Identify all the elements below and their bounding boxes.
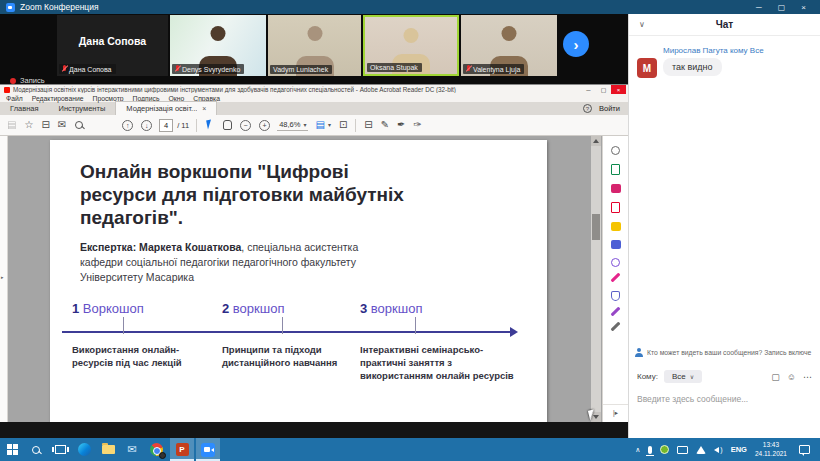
- timeline-item: 1 Воркошоп Використання онлайн-ресурсів …: [72, 301, 187, 316]
- request-signatures-icon[interactable]: [611, 258, 620, 267]
- vertical-scrollbar[interactable]: [591, 136, 601, 422]
- wifi-icon[interactable]: [696, 446, 706, 454]
- volume-icon[interactable]: [714, 446, 722, 453]
- left-panel-rail[interactable]: ▸: [0, 136, 8, 422]
- recording-indicator: Запись: [10, 76, 45, 85]
- participant-name-label: Valentyna Ljuja: [463, 64, 524, 74]
- zoom-level-select[interactable]: 48,6% ▾: [277, 119, 308, 131]
- close-button[interactable]: ×: [801, 3, 806, 12]
- more-options-icon[interactable]: ⋯: [803, 372, 812, 382]
- organize-pages-icon[interactable]: [611, 240, 621, 249]
- comment-tool-icon[interactable]: [611, 222, 621, 231]
- next-participants-button[interactable]: ›: [563, 31, 589, 57]
- microphone-tray-icon[interactable]: [648, 446, 652, 454]
- attach-file-icon[interactable]: ▢: [771, 372, 780, 382]
- next-page-icon[interactable]: ↓: [141, 120, 152, 131]
- edge-icon: [78, 443, 91, 456]
- powerpoint-button[interactable]: P: [170, 438, 194, 461]
- favorites-star-icon[interactable]: ☆: [24, 120, 33, 130]
- taskbar: ✉ P ∧ ENG 13:43 24.11.2021: [0, 438, 820, 461]
- participant-tile[interactable]: Valentyna Ljuja: [461, 15, 557, 76]
- combine-files-icon[interactable]: [611, 184, 621, 193]
- antivirus-tray-icon[interactable]: [660, 445, 669, 454]
- zoom-taskbar-button[interactable]: [196, 438, 220, 461]
- task-view-button[interactable]: [48, 438, 72, 461]
- hand-tool-icon[interactable]: [223, 120, 232, 130]
- system-tray: ∧ ENG 13:43 24.11.2021: [635, 441, 820, 459]
- page-count-label: / 11: [177, 121, 189, 130]
- email-icon[interactable]: ✉: [58, 120, 66, 130]
- menu-item[interactable]: Редактирование: [32, 95, 84, 102]
- chat-message-bubble: так видно: [663, 58, 722, 76]
- participant-tile[interactable]: Denys Svyrydenko: [170, 15, 266, 76]
- sign-in-button[interactable]: Войти: [599, 104, 620, 113]
- mail-button[interactable]: ✉: [120, 438, 144, 461]
- help-icon[interactable]: ?: [583, 104, 592, 113]
- file-explorer-button[interactable]: [96, 438, 120, 461]
- action-center-icon[interactable]: [799, 445, 810, 454]
- collapse-chat-icon[interactable]: ∨: [639, 20, 645, 29]
- sign-pen-icon[interactable]: ✒: [397, 120, 405, 130]
- expand-panel-icon[interactable]: ▸: [1, 274, 4, 280]
- fill-sign-icon[interactable]: [611, 273, 621, 283]
- pencil-icon[interactable]: ✎: [381, 120, 389, 130]
- comment-icon[interactable]: ⊟: [364, 120, 372, 130]
- page-view-icon[interactable]: ▤: [315, 120, 324, 130]
- protect-icon[interactable]: [611, 291, 620, 301]
- participant-tile[interactable]: Oksana Stupak: [363, 15, 459, 76]
- more-tools-icon[interactable]: [611, 322, 621, 332]
- zoom-app-icon: [6, 3, 15, 12]
- save-icon[interactable]: ▤: [7, 120, 16, 130]
- timeline-tick: [282, 317, 283, 334]
- presentation-icon[interactable]: ⊡: [339, 120, 347, 130]
- task-view-icon: [55, 445, 66, 454]
- window-controls: ─ ▢ ×: [756, 3, 814, 12]
- previous-page-icon[interactable]: ↑: [122, 120, 133, 131]
- zoom-in-icon[interactable]: +: [259, 120, 270, 131]
- chat-title: Чат: [716, 19, 734, 30]
- close-tab-icon[interactable]: ×: [202, 105, 206, 112]
- certificates-icon[interactable]: [611, 307, 621, 317]
- zoom-out-icon[interactable]: −: [240, 120, 251, 131]
- tab-tools[interactable]: Инструменты: [49, 102, 116, 115]
- participant-tile[interactable]: Vadym Luniachek: [268, 15, 361, 76]
- create-pdf-icon[interactable]: [611, 164, 620, 175]
- minimize-button[interactable]: ─: [756, 3, 762, 12]
- recipient-select[interactable]: Все ∨: [664, 370, 702, 383]
- select-tool-icon[interactable]: [205, 120, 215, 131]
- page-number-input[interactable]: 4: [159, 119, 173, 132]
- page-view-dropdown-icon[interactable]: ▾: [328, 122, 331, 128]
- participant-tile[interactable]: Дана Сопова Дана Сопова: [57, 15, 168, 76]
- search-icon: [31, 445, 41, 455]
- print-icon[interactable]: ⊟: [41, 120, 49, 130]
- edge-taskbar-button[interactable]: [72, 438, 96, 461]
- touch-keyboard-icon[interactable]: [677, 446, 688, 454]
- timeline-item: 2 воркшоп Принципи та підходи дистанційн…: [222, 301, 347, 316]
- maximize-button[interactable]: ▢: [778, 3, 786, 12]
- date-label: 24.11.2021: [755, 450, 787, 459]
- scroll-up-icon[interactable]: [591, 136, 601, 146]
- chrome-button[interactable]: [144, 438, 168, 461]
- emoji-icon[interactable]: ☺: [787, 372, 796, 382]
- menu-item[interactable]: Файл: [6, 95, 23, 102]
- timeline-tick: [123, 317, 124, 334]
- clock[interactable]: 13:43 24.11.2021: [755, 441, 787, 459]
- close-button[interactable]: ×: [611, 85, 626, 94]
- search-button[interactable]: [24, 438, 48, 461]
- tab-home[interactable]: Главная: [0, 102, 49, 115]
- chat-message-sender[interactable]: Мирослав Пагута кому Все: [663, 46, 764, 55]
- tab-document[interactable]: Модернізація освіт... ×: [115, 101, 217, 115]
- hidden-icons-chevron[interactable]: ∧: [635, 446, 640, 454]
- search-icon[interactable]: [74, 120, 84, 130]
- search-tools-icon[interactable]: [611, 146, 620, 155]
- minimize-button[interactable]: ─: [581, 85, 596, 94]
- export-pdf-icon[interactable]: [611, 202, 620, 213]
- maximize-button[interactable]: ▢: [596, 85, 611, 94]
- collapse-panel-icon[interactable]: |▸: [603, 404, 628, 417]
- start-button[interactable]: [0, 438, 24, 461]
- language-indicator[interactable]: ENG: [731, 445, 747, 454]
- stamp-icon[interactable]: ✑: [413, 120, 421, 130]
- chat-message-input[interactable]: [637, 394, 813, 404]
- scrollbar-thumb[interactable]: [592, 214, 600, 240]
- tools-panel: |▸: [602, 136, 628, 422]
